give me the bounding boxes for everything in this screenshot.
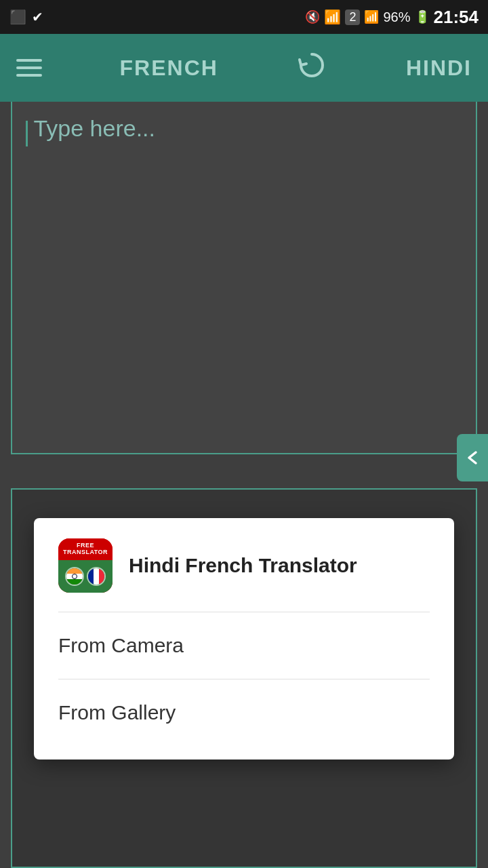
- app-icon-flags: [58, 560, 113, 593]
- app-icon-inner: FREETRANSLATOR: [58, 538, 113, 593]
- from-camera-option[interactable]: From Camera: [58, 619, 430, 672]
- text-cursor: [26, 121, 28, 146]
- battery-icon: 🔋: [415, 9, 430, 24]
- dialog-header: FREETRANSLATOR: [58, 538, 430, 593]
- battery-level: 96%: [383, 9, 410, 25]
- main-area: Type here... FREETRANSLATOR: [0, 102, 488, 868]
- dialog-divider-2: [58, 679, 430, 679]
- target-language-label[interactable]: HINDI: [406, 56, 472, 81]
- screenshot-icon: ⬛: [9, 9, 26, 25]
- source-language-label[interactable]: FRENCH: [120, 56, 218, 81]
- status-left-icons: ⬛ ✔: [9, 9, 43, 25]
- status-bar: ⬛ ✔ 🔇 📶 2 📶 96% 🔋 21:54: [0, 0, 488, 34]
- from-gallery-option[interactable]: From Gallery: [58, 686, 430, 739]
- status-time: 21:54: [434, 7, 479, 28]
- nav-bar: FRENCH HINDI: [0, 34, 488, 102]
- badge-icon: 2: [345, 9, 360, 25]
- india-flag-icon: [65, 567, 84, 586]
- dialog-app-name: Hindi French Translator: [129, 554, 357, 577]
- signal-icon: 📶: [364, 9, 379, 24]
- menu-line-3: [16, 74, 42, 77]
- menu-line-1: [16, 59, 42, 62]
- dialog-divider-1: [58, 612, 430, 612]
- input-placeholder-text: Type here...: [33, 115, 155, 141]
- text-input-area[interactable]: Type here...: [11, 102, 477, 454]
- status-right-info: 🔇 📶 2 📶 96% 🔋 21:54: [305, 7, 479, 28]
- side-action-button[interactable]: [457, 434, 488, 481]
- app-icon-text: FREETRANSLATOR: [58, 538, 113, 560]
- france-flag-icon: [87, 567, 106, 586]
- app-icon: FREETRANSLATOR: [58, 538, 113, 593]
- input-cursor-placeholder: Type here...: [26, 115, 462, 146]
- wifi-icon: 📶: [324, 9, 341, 25]
- swap-languages-button[interactable]: [296, 49, 328, 87]
- menu-line-2: [16, 66, 42, 69]
- menu-button[interactable]: [16, 59, 42, 77]
- check-icon: ✔: [32, 9, 43, 25]
- mute-icon: 🔇: [305, 9, 320, 24]
- app-chooser-dialog: FREETRANSLATOR: [34, 518, 454, 760]
